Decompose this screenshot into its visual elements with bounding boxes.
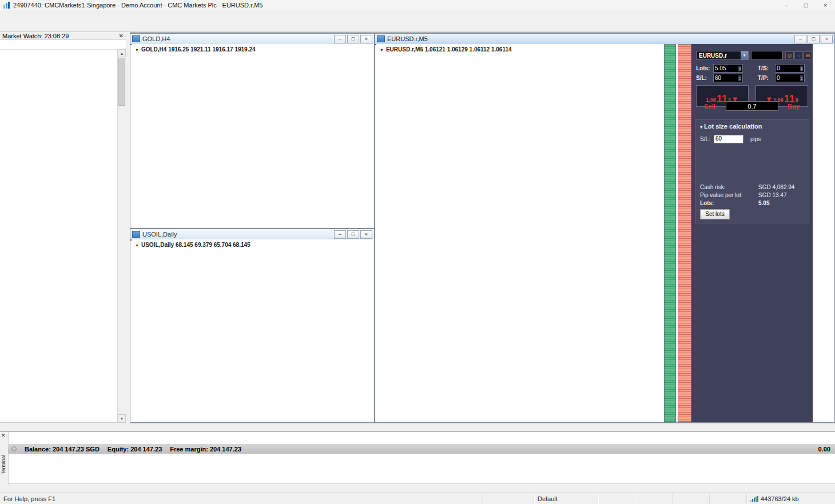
title-bar: 24907440: CMCMarkets1-Singapore - Demo A… (0, 0, 835, 11)
market-watch-list (0, 49, 118, 422)
toolbar (0, 19, 835, 32)
market-watch-panel: Market Watch: 23:08:29 ✕ ▲ ▼ (0, 32, 126, 431)
sell-label: Sell (704, 103, 715, 110)
terminal-panel: ✕ Terminal Balance: 204 147.23 SGD Equit… (0, 431, 835, 493)
lots-label: Lots: (696, 65, 710, 71)
one-click-arrow-icon[interactable]: ▼ (135, 48, 139, 52)
buy-pressure-strip (664, 44, 676, 422)
lots-input[interactable]: 5.05▴▾ (713, 64, 743, 73)
chart-window-title: USOIL,Daily (142, 231, 177, 238)
gear-icon[interactable]: ☼ (794, 51, 803, 59)
lot-size-calculation: Lot size calculation S/L: 60 pips Cash r… (695, 119, 809, 223)
terminal-side-strip: ✕ Terminal (0, 432, 9, 493)
window-minimize-button[interactable]: – (794, 35, 806, 43)
pips-label: pips (750, 136, 761, 142)
market-watch-tabs (0, 422, 126, 432)
sell-pressure-strip (678, 44, 691, 422)
chart-workspace: GOLD,H4 – □ × ▼GOLD,H4 1916.25 1921.11 1… (130, 32, 835, 423)
app-logo-icon (3, 2, 10, 9)
cash-risk-label: Cash risk: (700, 184, 725, 190)
status-cell (710, 494, 747, 503)
status-cell (598, 494, 635, 503)
cash-risk-value: SGD 4,082.94 (758, 184, 794, 190)
take-profit-field-label: T/P: (758, 75, 769, 81)
pip-value-value: SGD 13.47 (758, 192, 786, 198)
window-titlebar[interactable]: EURUSD.r,M5 – □ × (375, 34, 834, 45)
window-restore-button[interactable]: □ (808, 35, 820, 43)
chevron-down-icon[interactable]: ▼ (741, 51, 748, 59)
status-help-text: For Help, press F1 (0, 494, 482, 503)
one-click-arrow-icon[interactable]: ▼ (380, 48, 384, 52)
chart-window-title: GOLD,H4 (142, 35, 170, 42)
status-cell (635, 494, 673, 503)
spread-box: 0.7 (726, 101, 778, 111)
panel-splitter[interactable] (126, 32, 130, 431)
chart-window-title: EURUSD.r,M5 (387, 35, 428, 42)
chart-icon (132, 231, 140, 238)
ohlc-quote: ▼USOIL,Daily 68.145 69.379 65.704 68.145 (135, 242, 250, 248)
chart-window-gold[interactable]: GOLD,H4 – □ × ▼GOLD,H4 1916.25 1921.11 1… (130, 33, 375, 229)
market-watch-title: Market Watch: 23:08:29 (2, 33, 69, 39)
terminal-close-icon[interactable]: ✕ (1, 433, 6, 438)
equity-value: Equity: 204 147.23 (108, 446, 162, 453)
order-panel: EURUSD.r ▼ ◎ ☼ ⊞ Lots: 5.05▴▾ T/S: 0▴▾ S… (691, 44, 813, 422)
connection-bars-icon (750, 496, 758, 502)
status-profile[interactable]: Default (534, 494, 598, 503)
trailing-stop-input[interactable]: 0▴▾ (775, 64, 805, 73)
close-button[interactable]: × (816, 0, 835, 10)
one-click-arrow-icon[interactable]: ▼ (135, 243, 139, 247)
calc-lots-label: Lots: (700, 200, 714, 206)
ohlc-quote: ▼GOLD,H4 1916.25 1921.11 1916.17 1919.24 (135, 46, 256, 53)
lot-calc-title[interactable]: Lot size calculation (700, 123, 762, 130)
pip-value-label: Pip value per lot: (700, 192, 743, 198)
ohlc-quote: ▼EURUSD.r,M5 1.06121 1.06129 1.06112 1.0… (380, 46, 512, 53)
chart-tab-bar (130, 423, 835, 432)
take-profit-input[interactable]: 0▴▾ (775, 74, 805, 82)
symbol-select-value: EURUSD.r (697, 53, 727, 59)
scrollbar-thumb[interactable] (118, 58, 125, 106)
chart-icon (132, 35, 140, 42)
window-close-button[interactable]: × (360, 230, 372, 239)
market-watch-column-header (0, 40, 126, 50)
connection-status: 443763/24 kb (747, 494, 835, 503)
one-click-settings-icon[interactable]: ◎ (785, 51, 794, 59)
window-minimize-button[interactable]: – (334, 230, 346, 239)
chart-window-usoil[interactable]: USOIL,Daily – □ × ▼USOIL,Daily 68.145 69… (130, 229, 375, 423)
trailing-stop-label: T/S: (758, 65, 769, 71)
minimize-button[interactable]: – (777, 0, 796, 10)
calc-sl-label: S/L: (700, 136, 710, 142)
status-cell (482, 494, 534, 503)
calc-lots-value: 5.05 (758, 200, 769, 206)
set-lots-button[interactable]: Set lots (700, 209, 730, 219)
calc-sl-input[interactable]: 60 (714, 135, 743, 143)
price-display-box (751, 51, 783, 60)
scroll-up-icon[interactable]: ▲ (118, 49, 126, 57)
window-restore-button[interactable]: □ (347, 230, 359, 239)
orders-column-header (8, 434, 835, 443)
market-watch-scrollbar[interactable]: ▲ ▼ (117, 49, 126, 422)
window-close-button[interactable]: × (360, 35, 372, 43)
balance-value: Balance: 204 147.23 SGD (25, 446, 100, 453)
menu-bar (0, 10, 835, 19)
symbol-select[interactable]: EURUSD.r ▼ (696, 51, 749, 60)
market-watch-close-icon[interactable]: ✕ (119, 33, 124, 39)
window-minimize-button[interactable]: – (334, 35, 346, 43)
stop-loss-field-label: S/L: (696, 75, 707, 81)
status-icon (11, 446, 17, 451)
window-title: 24907440: CMCMarkets1-Singapore - Demo A… (13, 2, 263, 9)
window-restore-button[interactable]: □ (347, 35, 359, 43)
stop-loss-input[interactable]: 60▴▾ (713, 74, 743, 82)
scroll-down-icon[interactable]: ▼ (118, 414, 126, 422)
buy-label: Buy (788, 103, 800, 110)
balance-row: Balance: 204 147.23 SGD Equity: 204 147.… (8, 444, 835, 454)
window-close-button[interactable]: × (821, 35, 833, 43)
chart-window-eurusd[interactable]: EURUSD.r,M5 – □ × ▼EURUSD.r,M5 1.06121 1… (375, 33, 835, 423)
maximize-button[interactable]: □ (796, 0, 816, 10)
window-titlebar[interactable]: USOIL,Daily – □ × (130, 229, 374, 240)
profit-total: 0.00 (818, 446, 835, 453)
status-bar: For Help, press F1 Default 443763/24 kb (0, 493, 835, 504)
application-window: 24907440: CMCMarkets1-Singapore - Demo A… (0, 0, 835, 504)
terminal-side-label: Terminal (1, 453, 6, 476)
grid-toggle-icon[interactable]: ⊞ (804, 51, 812, 59)
window-titlebar[interactable]: GOLD,H4 – □ × (130, 34, 374, 45)
